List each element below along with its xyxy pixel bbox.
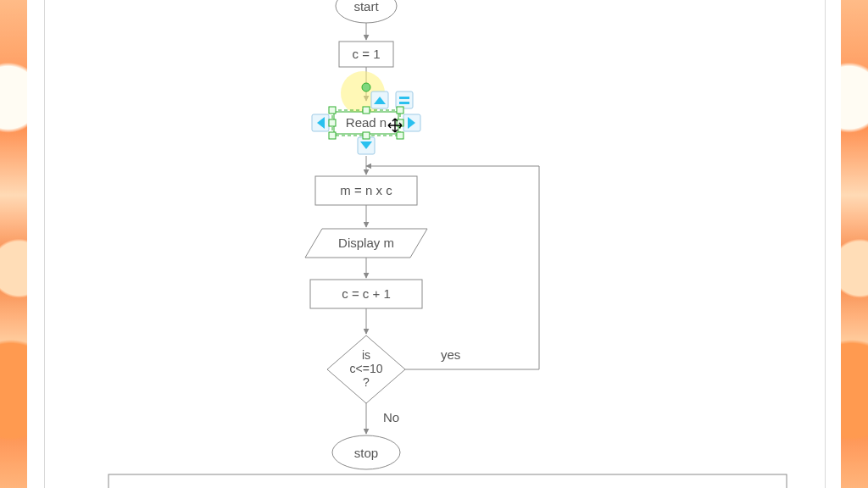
bottom-panel	[108, 474, 787, 488]
handle-sw[interactable]	[329, 132, 336, 139]
dir-button-down[interactable]	[358, 137, 375, 154]
svg-rect-8	[399, 102, 409, 104]
start-label: start	[353, 0, 379, 14]
yes-label: yes	[441, 347, 460, 362]
read-label: Read n	[346, 115, 387, 130]
dir-button-up[interactable]	[371, 92, 388, 108]
dec-l2: c<=10	[350, 362, 383, 375]
node-stop[interactable]: stop	[332, 435, 400, 469]
node-mul[interactable]: m = n x c	[315, 176, 417, 205]
port-top-icon[interactable]	[362, 83, 370, 92]
stop-label: stop	[354, 446, 378, 460]
dec-l1: is	[362, 348, 370, 362]
handle-nw[interactable]	[329, 107, 336, 114]
dir-button-right[interactable]	[403, 114, 420, 131]
handle-s[interactable]	[363, 132, 370, 139]
dir-button-left[interactable]	[312, 114, 329, 131]
node-start[interactable]: start	[336, 0, 397, 23]
no-label: No	[383, 410, 399, 424]
init-label: c = 1	[353, 47, 381, 61]
disp-label: Display m	[338, 236, 394, 250]
node-display[interactable]: Display m	[305, 229, 427, 258]
svg-rect-7	[399, 97, 409, 99]
mul-label: m = n x c	[340, 183, 392, 197]
handle-ne[interactable]	[397, 107, 403, 114]
handle-n[interactable]	[363, 107, 370, 114]
dec-l3: ?	[363, 375, 370, 389]
inc-label: c = c + 1	[342, 286, 391, 301]
node-decision[interactable]: is c<=10 ?	[327, 336, 405, 403]
node-init[interactable]: c = 1	[339, 42, 393, 67]
svg-rect-6	[396, 92, 413, 108]
node-inc[interactable]: c = c + 1	[310, 280, 422, 308]
handle-se[interactable]	[397, 132, 403, 139]
flowchart-svg: start c = 1	[0, 0, 868, 488]
handle-w[interactable]	[329, 119, 336, 126]
properties-button[interactable]	[396, 92, 413, 108]
